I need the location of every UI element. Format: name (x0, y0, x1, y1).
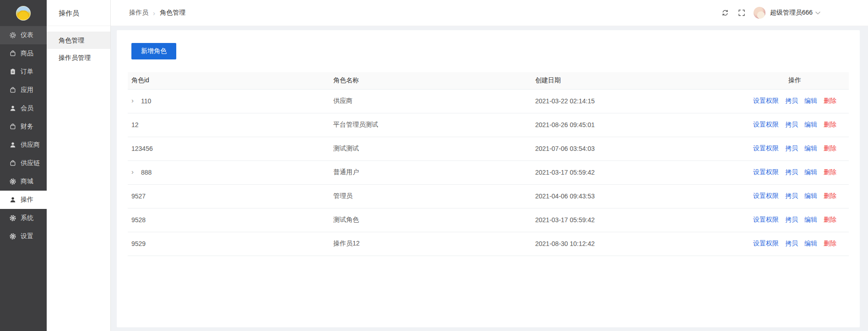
edit-link[interactable]: 编辑 (804, 121, 817, 128)
content-area: 新增角色 角色id 角色名称 创建日期 操作 ›11 (111, 26, 868, 331)
username-label[interactable]: 超级管理员666 (770, 9, 813, 17)
delete-link[interactable]: 删除 (824, 216, 836, 223)
set-permissions-link[interactable]: 设置权限 (753, 144, 779, 152)
content-card: 新增角色 角色id 角色名称 创建日期 操作 ›11 (117, 30, 860, 327)
role-name: 操作员12 (330, 232, 532, 256)
add-role-button[interactable]: 新增角色 (131, 43, 176, 59)
delete-link[interactable]: 删除 (824, 97, 836, 104)
sidebar-item-label: 设置 (21, 232, 33, 240)
row-actions: 设置权限拷贝编辑删除 (741, 184, 849, 208)
copy-link[interactable]: 拷贝 (785, 216, 798, 223)
set-permissions-link[interactable]: 设置权限 (753, 192, 779, 199)
sidebar-item-goods[interactable]: 商品 (0, 44, 47, 63)
set-permissions-link[interactable]: 设置权限 (753, 216, 779, 223)
delete-link[interactable]: 删除 (824, 144, 836, 152)
delete-link[interactable]: 删除 (824, 121, 836, 128)
copy-link[interactable]: 拷贝 (785, 97, 798, 104)
sidebar-item-label: 系统 (21, 214, 33, 222)
row-actions: 设置权限拷贝编辑删除 (741, 137, 849, 160)
breadcrumb-item-parent[interactable]: 操作员 (129, 9, 148, 17)
app-logo[interactable] (16, 6, 31, 21)
delete-link[interactable]: 删除 (824, 168, 836, 176)
sidebar-item-finance[interactable]: 财务 (0, 117, 47, 136)
gear-icon (9, 233, 16, 240)
edit-link[interactable]: 编辑 (804, 216, 817, 223)
created-date: 2021-03-17 05:59:42 (532, 160, 741, 184)
created-date: 2021-07-06 03:54:03 (532, 137, 741, 160)
created-date: 2021-03-22 02:14:15 (532, 89, 741, 113)
column-header-role-id: 角色id (128, 72, 330, 89)
sidebar-item-members[interactable]: 会员 (0, 99, 47, 117)
sidebar-item-label: 财务 (21, 123, 33, 131)
set-permissions-link[interactable]: 设置权限 (753, 168, 779, 176)
sidebar-item-label: 会员 (21, 104, 33, 112)
breadcrumb-item-current: 角色管理 (160, 9, 185, 17)
sidebar-item-orders[interactable]: 订单 (0, 63, 47, 81)
delete-link[interactable]: 删除 (824, 240, 836, 247)
fullscreen-icon[interactable] (738, 9, 745, 16)
main-area: 操作员 › 角色管理 (111, 0, 868, 331)
column-header-created-date: 创建日期 (532, 72, 741, 89)
chevron-right-icon: › (153, 9, 155, 17)
roles-table: 角色id 角色名称 创建日期 操作 ›110供应商2021-03-22 02:1… (128, 72, 849, 256)
edit-link[interactable]: 编辑 (804, 168, 817, 176)
role-id: 888 (141, 169, 152, 176)
edit-link[interactable]: 编辑 (804, 192, 817, 199)
role-name: 平台管理员测试 (330, 113, 532, 137)
table-row: ›110供应商2021-03-22 02:14:15设置权限拷贝编辑删除 (128, 89, 849, 113)
user-avatar[interactable] (754, 7, 765, 19)
copy-link[interactable]: 拷贝 (785, 121, 798, 128)
set-permissions-link[interactable]: 设置权限 (753, 240, 779, 247)
app: 仪表商品订单应用会员财务供应商供应链商城操作系统设置 操作员 角色管理操作员管理… (0, 0, 868, 331)
submenu-item-role-management[interactable]: 角色管理 (47, 32, 110, 49)
sidebar-item-suppliers[interactable]: 供应商 (0, 136, 47, 154)
expand-row-icon[interactable]: › (131, 97, 137, 104)
user-icon (9, 196, 16, 203)
sidebar-item-label: 操作 (21, 196, 33, 204)
user-icon (9, 141, 16, 149)
sidebar-item-apps[interactable]: 应用 (0, 81, 47, 99)
submenu-title: 操作员 (47, 0, 110, 26)
primary-nav: 仪表商品订单应用会员财务供应商供应链商城操作系统设置 (0, 26, 47, 246)
edit-link[interactable]: 编辑 (804, 144, 817, 152)
role-name: 测试测试 (330, 137, 532, 160)
column-header-role-name: 角色名称 (330, 72, 532, 89)
set-permissions-link[interactable]: 设置权限 (753, 97, 779, 104)
copy-link[interactable]: 拷贝 (785, 192, 798, 199)
row-actions: 设置权限拷贝编辑删除 (741, 113, 849, 137)
row-actions: 设置权限拷贝编辑删除 (741, 232, 849, 256)
refresh-icon[interactable] (722, 9, 729, 16)
sidebar-item-label: 商品 (21, 49, 33, 58)
expand-row-icon[interactable]: › (131, 168, 137, 175)
topbar-actions: 超级管理员666 (722, 7, 820, 19)
column-header-actions: 操作 (741, 72, 849, 89)
edit-link[interactable]: 编辑 (804, 97, 817, 104)
sidebar-item-operations[interactable]: 操作 (0, 191, 47, 209)
copy-link[interactable]: 拷贝 (785, 240, 798, 247)
copy-link[interactable]: 拷贝 (785, 168, 798, 176)
bag-icon (9, 160, 16, 167)
sidebar-item-dashboard[interactable]: 仪表 (0, 26, 47, 44)
sidebar-item-label: 应用 (21, 86, 33, 94)
sidebar-item-label: 仪表 (21, 31, 33, 39)
sidebar-item-settings[interactable]: 设置 (0, 227, 47, 246)
submenu-item-operator-management[interactable]: 操作员管理 (47, 49, 110, 66)
role-name: 管理员 (330, 184, 532, 208)
sidebar-item-supply-chain[interactable]: 供应链 (0, 154, 47, 172)
copy-link[interactable]: 拷贝 (785, 144, 798, 152)
edit-link[interactable]: 编辑 (804, 240, 817, 247)
delete-link[interactable]: 删除 (824, 192, 836, 199)
table-row: 123456测试测试2021-07-06 03:54:03设置权限拷贝编辑删除 (128, 137, 849, 160)
set-permissions-link[interactable]: 设置权限 (753, 121, 779, 128)
role-name: 普通用户 (330, 160, 532, 184)
submenu-list: 角色管理操作员管理 (47, 26, 110, 66)
sidebar-item-system[interactable]: 系统 (0, 209, 47, 227)
row-actions: 设置权限拷贝编辑删除 (741, 208, 849, 232)
sidebar-item-mall[interactable]: 商城 (0, 172, 47, 191)
chevron-down-icon[interactable] (815, 11, 820, 15)
role-name: 测试角色 (330, 208, 532, 232)
breadcrumb: 操作员 › 角色管理 (129, 9, 185, 17)
bag-icon (9, 123, 16, 130)
row-actions: 设置权限拷贝编辑删除 (741, 160, 849, 184)
created-date: 2021-03-17 05:59:42 (532, 208, 741, 232)
